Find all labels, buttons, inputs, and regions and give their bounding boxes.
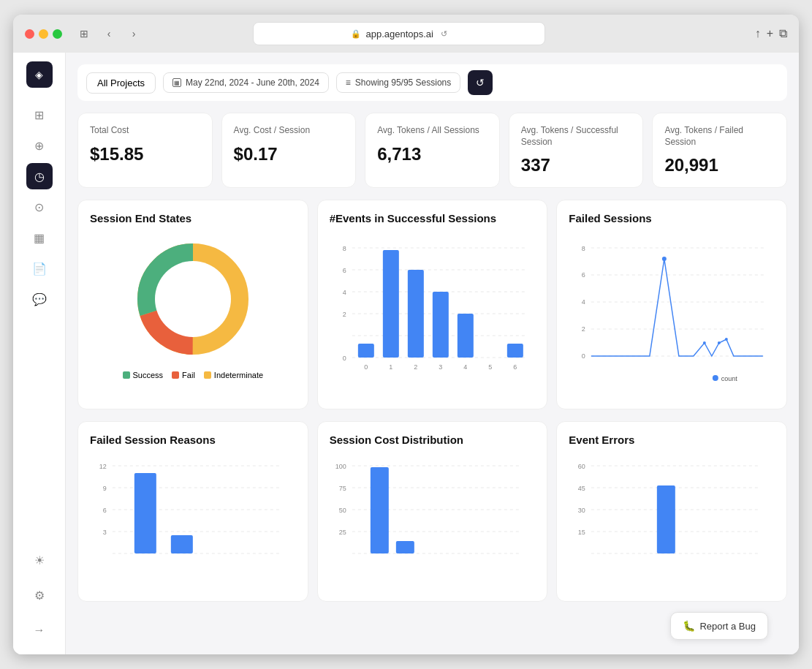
browser-nav-controls: ⊞ ‹ › [74,23,144,44]
svg-text:4: 4 [582,298,585,306]
back-button[interactable]: ‹ [99,23,119,44]
date-range-button[interactable]: ▦ May 22nd, 2024 - June 20th, 2024 [163,72,329,93]
svg-text:0: 0 [364,363,368,371]
svg-text:0: 0 [342,355,346,362]
svg-text:6: 6 [103,507,107,514]
sidebar-item-settings[interactable]: ⚙ [26,582,53,608]
stat-value-avg-tokens-all: 6,713 [377,144,487,165]
indeterminate-dot [204,371,211,379]
stat-value-avg-cost: $0.17 [234,144,344,165]
svg-rect-18 [432,292,448,358]
close-button[interactable] [25,29,34,39]
sidebar-item-clock[interactable]: ◷ [26,163,53,189]
stat-value-avg-tokens-fail: 20,991 [664,155,775,175]
stat-label-avg-tokens-fail: Avg. Tokens / Failed Session [664,125,775,148]
svg-rect-55 [171,535,193,553]
cost-distribution-chart: 100 75 50 25 [330,455,536,586]
url-bar[interactable]: 🔒 app.agentops.ai ↺ [253,22,545,45]
stat-card-avg-tokens-fail: Avg. Tokens / Failed Session 20,991 [652,113,787,188]
new-tab-icon[interactable]: + [767,27,773,40]
all-projects-button[interactable]: All Projects [86,72,156,94]
sidebar-item-add[interactable]: ⊕ [26,132,53,159]
stat-label-avg-tokens-success: Avg. Tokens / Successful Session [521,125,631,148]
svg-text:6: 6 [342,267,346,274]
session-end-states-card: Session End States [77,200,308,409]
bug-icon: 🐛 [683,620,695,632]
success-label: Success [133,371,164,379]
svg-text:count: count [721,375,738,382]
sidebar: ◈ ⊞ ⊕ ◷ ⊙ ▦ 📄 💬 ☀ ⚙ → [13,53,66,654]
svg-text:2: 2 [342,311,346,318]
maximize-button[interactable] [53,29,62,39]
svg-text:25: 25 [338,529,346,536]
svg-text:60: 60 [578,463,585,470]
event-errors-chart: 60 45 30 15 [569,455,775,586]
calendar-icon: ▦ [172,78,181,87]
failed-reasons-chart: 12 9 6 3 [90,455,296,586]
sidebar-item-theme[interactable]: ☀ [26,547,53,573]
sessions-filter-button[interactable]: ≡ Showing 95/95 Sessions [336,72,460,93]
events-bar-chart: 8 6 4 2 0 [330,233,536,394]
svg-text:4: 4 [463,363,467,371]
sidebar-item-document[interactable]: 📄 [26,255,53,281]
svg-text:1: 1 [389,363,392,371]
failed-sessions-card: Failed Sessions 8 6 4 2 0 [556,200,787,409]
stat-label-avg-cost: Avg. Cost / Session [234,125,344,137]
sidebar-toggle-button[interactable]: ⊞ [74,23,94,44]
sidebar-item-table[interactable]: ▦ [26,224,53,251]
browser-actions: ↑ + ⧉ [755,27,787,40]
fail-dot [172,371,179,379]
svg-text:100: 100 [335,463,346,470]
charts-row-2: Failed Session Reasons 12 9 6 3 [77,421,787,602]
tabs-icon[interactable]: ⧉ [779,27,787,40]
stats-row: Total Cost $15.85 Avg. Cost / Session $0… [77,113,787,188]
svg-rect-17 [407,270,423,358]
svg-rect-16 [382,250,398,358]
report-bug-button[interactable]: 🐛 Report a Bug [670,612,768,640]
stat-card-avg-tokens-success: Avg. Tokens / Successful Session 337 [509,113,644,188]
stat-card-avg-cost: Avg. Cost / Session $0.17 [221,113,357,188]
stat-value-total-cost: $15.85 [90,144,200,165]
stat-card-avg-tokens-all: Avg. Tokens / All Sessions 6,713 [365,113,500,188]
main-content: All Projects ▦ May 22nd, 2024 - June 20t… [66,53,799,654]
refresh-icon: ↺ [476,77,485,88]
session-cost-title: Session Cost Distribution [330,434,536,446]
svg-rect-54 [134,473,156,553]
svg-text:4: 4 [342,289,346,296]
session-end-states-title: Session End States [90,212,296,224]
traffic-lights [25,29,62,39]
failed-session-reasons-card: Failed Session Reasons 12 9 6 3 [77,421,308,602]
svg-text:5: 5 [488,363,492,371]
fail-label: Fail [182,371,195,379]
sidebar-logo[interactable]: ◈ [26,61,53,88]
toolbar: All Projects ▦ May 22nd, 2024 - June 20t… [77,64,787,101]
share-icon[interactable]: ↑ [755,27,761,40]
svg-text:6: 6 [513,363,517,371]
forward-button[interactable]: › [124,23,144,44]
svg-point-41 [718,341,721,344]
svg-text:8: 8 [342,245,346,252]
donut-container: Success Fail Indeterminate [90,233,296,379]
sidebar-item-search[interactable]: ⊙ [26,194,53,220]
svg-point-3 [155,261,231,337]
svg-text:15: 15 [578,529,585,536]
url-text: app.agentops.ai [365,29,433,39]
sidebar-item-chat[interactable]: 💬 [26,286,53,312]
legend-indeterminate: Indeterminate [204,371,263,379]
indeterminate-label: Indeterminate [214,371,263,379]
minimize-button[interactable] [39,29,48,39]
event-errors-title: Event Errors [569,434,775,446]
stat-value-avg-tokens-success: 337 [521,155,631,175]
svg-point-43 [713,375,718,381]
svg-rect-19 [457,314,473,358]
svg-point-42 [725,338,728,341]
session-cost-distribution-card: Session Cost Distribution 100 75 50 25 [317,421,548,602]
svg-text:8: 8 [582,245,585,252]
sidebar-item-logout[interactable]: → [26,617,53,643]
svg-rect-76 [657,485,675,553]
failed-sessions-title: Failed Sessions [569,212,775,224]
svg-rect-21 [506,344,523,358]
refresh-button[interactable]: ↺ [468,70,493,95]
events-successful-card: #Events in Successful Sessions 8 6 4 [317,200,548,409]
sidebar-item-grid[interactable]: ⊞ [26,102,53,128]
